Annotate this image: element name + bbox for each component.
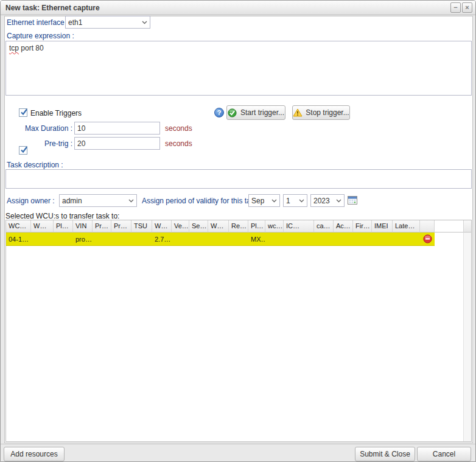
- grid-column-header[interactable]: Pl…: [54, 220, 73, 233]
- pretrig-label: Pre-trig :: [7, 139, 72, 148]
- grid-cell[interactable]: 2.7…: [152, 233, 172, 246]
- validity-day-combo[interactable]: 1: [283, 194, 307, 207]
- validity-year-combo[interactable]: 2023: [310, 194, 345, 207]
- chevron-down-icon: [335, 196, 341, 206]
- ethernet-interface-label: Ethernet interface :: [7, 18, 68, 27]
- ethernet-interface-combo[interactable]: eth1: [65, 16, 150, 29]
- grid-scrollbar[interactable]: [463, 220, 471, 441]
- chevron-down-icon: [128, 196, 134, 206]
- grid-cell[interactable]: [284, 233, 314, 246]
- grid-column-header[interactable]: W…: [31, 220, 54, 233]
- new-task-dialog: New task: Ethernet capture − × Ethernet …: [0, 0, 476, 462]
- task-description-label: Task description :: [7, 161, 63, 169]
- grid-cell[interactable]: [131, 233, 152, 246]
- grid-column-header[interactable]: Fir…: [353, 220, 372, 233]
- validity-day-value: 1: [286, 197, 290, 205]
- grid-column-header[interactable]: Se…: [189, 220, 208, 233]
- calendar-icon[interactable]: [348, 195, 357, 205]
- grid-column-header[interactable]: IC…: [284, 220, 314, 233]
- grid-cell[interactable]: [229, 233, 248, 246]
- capture-expression-label: Capture expression :: [7, 32, 74, 40]
- submit-close-label: Submit & Close: [360, 450, 410, 458]
- grid-column-header[interactable]: VIN: [73, 220, 93, 233]
- grid-header: WC…W…Pl…VINPr…Pr…TSUW…Ve…Se…W…Re…Pl…wc…I…: [6, 220, 463, 233]
- grid-column-header[interactable]: W…: [152, 220, 172, 233]
- validity-label: Assign period of validity for this task …: [142, 197, 262, 205]
- grid-cell[interactable]: MX…: [248, 233, 265, 246]
- grid-cell[interactable]: [372, 233, 393, 246]
- grid-column-header[interactable]: Late…: [393, 220, 420, 233]
- checkmark-icon: [19, 108, 29, 117]
- titlebar[interactable]: New task: Ethernet capture: [1, 1, 475, 15]
- validity-month-value: Sep: [251, 197, 264, 205]
- cancel-button[interactable]: Cancel: [417, 447, 471, 461]
- pretrig-value: 20: [77, 139, 85, 148]
- grid-cell[interactable]: pro…: [73, 233, 93, 246]
- pretrig-input[interactable]: 20: [74, 137, 160, 150]
- selected-wcu-row[interactable]: 04-1…pro…2.7…MX…: [6, 233, 435, 246]
- window-title: New task: Ethernet capture: [5, 4, 100, 12]
- assign-owner-combo[interactable]: admin: [59, 194, 137, 207]
- grid-column-header[interactable]: Pr…: [93, 220, 111, 233]
- grid-cell[interactable]: [93, 233, 111, 246]
- assign-owner-value: admin: [62, 197, 82, 205]
- grid-column-header[interactable]: Pr…: [111, 220, 131, 233]
- grid-column-header[interactable]: WC…: [6, 220, 31, 233]
- grid-column-header[interactable]: [420, 220, 435, 233]
- grid-cell[interactable]: [353, 233, 372, 246]
- max-duration-value: 10: [77, 124, 85, 133]
- grid-column-header[interactable]: ca…: [314, 220, 334, 233]
- pretrig-unit: seconds: [165, 139, 192, 148]
- grid-column-header[interactable]: TSU: [131, 220, 152, 233]
- grid-column-header[interactable]: wc…: [265, 220, 284, 233]
- close-button[interactable]: ×: [462, 2, 472, 13]
- start-trigger-ok-icon: [228, 108, 237, 117]
- grid-cell[interactable]: [393, 233, 420, 246]
- remove-row-icon[interactable]: [422, 234, 432, 244]
- footer-divider: [1, 444, 475, 444]
- capture-expression-input[interactable]: tcp port 80: [5, 41, 472, 96]
- add-resources-button[interactable]: Add resources: [4, 447, 65, 461]
- grid-cell[interactable]: [189, 233, 208, 246]
- max-duration-label: Max Duration :: [7, 124, 72, 133]
- chevron-down-icon: [141, 18, 147, 27]
- task-description-input[interactable]: [5, 169, 472, 189]
- grid-cell[interactable]: [208, 233, 229, 246]
- max-duration-unit: seconds: [165, 124, 192, 133]
- grid-cell[interactable]: [314, 233, 334, 246]
- max-duration-input[interactable]: 10: [74, 122, 160, 135]
- grid-column-header[interactable]: IMEI: [372, 220, 393, 233]
- grid-scrollbar-spacer: [463, 220, 471, 233]
- help-icon[interactable]: ?: [214, 108, 224, 117]
- grid-cell[interactable]: [172, 233, 189, 246]
- wcu-grid: WC…W…Pl…VINPr…Pr…TSUW…Ve…Se…W…Re…Pl…wc…I…: [5, 220, 472, 442]
- chevron-down-icon: [271, 196, 277, 206]
- grid-cell[interactable]: [265, 233, 284, 246]
- grid-column-header[interactable]: W…: [208, 220, 229, 233]
- grid-cell[interactable]: [111, 233, 131, 246]
- capture-expression-misspelled-word: tcp: [9, 44, 19, 52]
- start-trigger-label: Start trigger...: [240, 108, 284, 117]
- stop-trigger-warning-icon: [293, 108, 303, 117]
- grid-cell[interactable]: [420, 233, 435, 246]
- grid-cell[interactable]: [334, 233, 353, 246]
- grid-column-header[interactable]: Re…: [229, 220, 248, 233]
- start-trigger-button[interactable]: Start trigger...: [226, 105, 285, 120]
- add-resources-label: Add resources: [10, 450, 57, 458]
- close-icon: ×: [465, 4, 469, 11]
- minimize-button[interactable]: −: [450, 2, 461, 13]
- grid-column-header[interactable]: Ve…: [172, 220, 189, 233]
- capture-expression-rest: port 80: [19, 44, 44, 52]
- cancel-label: Cancel: [433, 450, 455, 458]
- stop-trigger-label: Stop trigger...: [306, 108, 349, 117]
- grid-column-header[interactable]: Ac…: [334, 220, 353, 233]
- grid-column-header[interactable]: Pl…: [248, 220, 265, 233]
- stop-trigger-button[interactable]: Stop trigger...: [292, 105, 350, 120]
- enable-triggers-checkbox[interactable]: [19, 108, 27, 117]
- submit-close-button[interactable]: Submit & Close: [355, 447, 415, 461]
- grid-cell[interactable]: [31, 233, 54, 246]
- grid-cell[interactable]: [54, 233, 73, 246]
- grid-header-filler: [435, 220, 463, 233]
- validity-month-combo[interactable]: Sep: [248, 194, 280, 207]
- grid-cell[interactable]: 04-1…: [6, 233, 31, 246]
